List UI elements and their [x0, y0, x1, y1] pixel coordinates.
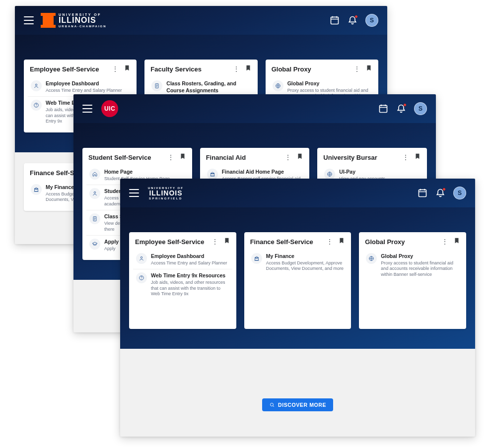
- person-icon: [31, 80, 42, 91]
- item-desc: Access Time Entry and Salary Planner: [46, 88, 130, 94]
- globe-icon: [273, 80, 283, 91]
- item-desc: Access Budget Development, Approve Docum…: [266, 260, 345, 272]
- card-title: Global Proxy: [272, 65, 353, 73]
- bookmark-button[interactable]: [296, 153, 303, 162]
- avatar[interactable]: S: [365, 14, 378, 27]
- help-icon: [136, 272, 147, 283]
- globe-icon: [324, 169, 335, 180]
- bookmark-button[interactable]: [124, 64, 131, 73]
- bookmark-icon: [414, 153, 421, 160]
- calendar-icon: [418, 188, 427, 198]
- calendar-button[interactable]: [330, 15, 340, 25]
- bookmark-button[interactable]: [223, 237, 230, 246]
- more-vert-icon[interactable]: ⋮: [211, 238, 218, 245]
- header: UNIVERSITY OF ILLINOIS SPRINGFIELD S: [120, 179, 475, 207]
- bank-icon: [207, 169, 218, 180]
- bank-icon: [251, 253, 262, 264]
- notifications-button[interactable]: [396, 104, 406, 114]
- bookmark-button[interactable]: [365, 64, 372, 73]
- more-vert-icon[interactable]: ⋮: [233, 65, 240, 72]
- calendar-icon: [330, 15, 340, 25]
- menu-button[interactable]: [24, 16, 34, 24]
- menu-button[interactable]: [82, 105, 92, 113]
- search-icon: [269, 402, 275, 408]
- bookmark-button[interactable]: [338, 237, 345, 246]
- list-item[interactable]: My Finance Access Budget Development, Ap…: [248, 250, 348, 275]
- bookmark-icon: [296, 153, 303, 160]
- notifications-button[interactable]: [435, 188, 445, 198]
- bookmark-icon: [245, 64, 252, 71]
- bookmark-button[interactable]: [179, 153, 186, 162]
- more-vert-icon[interactable]: ⋮: [441, 238, 448, 245]
- card-finance-self-service: Finance Self-Service ⋮ My Finance Access…: [244, 232, 351, 329]
- more-vert-icon[interactable]: ⋮: [284, 154, 291, 161]
- notifications-button[interactable]: [348, 15, 357, 25]
- calendar-button[interactable]: [418, 188, 427, 198]
- header: UIC S: [73, 94, 436, 123]
- item-title: Home Page: [104, 169, 185, 176]
- item-title: Financial Aid Home Page: [222, 169, 303, 176]
- item-title: Employee Dashboard: [46, 80, 130, 87]
- more-vert-icon[interactable]: ⋮: [402, 154, 409, 161]
- avatar[interactable]: S: [453, 187, 466, 199]
- bookmark-button[interactable]: [453, 237, 460, 246]
- card-employee-self-service: Employee Self-Service ⋮ Employee Dashboa…: [129, 232, 236, 329]
- item-title: Global Proxy: [381, 253, 459, 260]
- logo-main: ILLINOIS: [59, 16, 107, 24]
- logo-uis[interactable]: UNIVERSITY OF ILLINOIS SPRINGFIELD: [148, 187, 184, 200]
- item-title: Class Rosters, Grading, and Course Assig…: [166, 80, 250, 94]
- more-vert-icon[interactable]: ⋮: [353, 65, 360, 72]
- item-title: My Finance: [266, 253, 345, 260]
- more-vert-icon[interactable]: ⋮: [167, 154, 174, 161]
- block-i-icon: [43, 13, 54, 28]
- list-item[interactable]: Employee Dashboard Access Time Entry and…: [133, 250, 232, 269]
- card-title: Financial Aid: [206, 154, 285, 161]
- bookmark-icon: [124, 64, 131, 71]
- notification-dot: [403, 103, 407, 107]
- header: UNIVERSITY OF ILLINOIS URBANA-CHAMPAIGN …: [15, 6, 387, 35]
- menu-button[interactable]: [129, 189, 139, 197]
- home-icon: [89, 169, 100, 180]
- card-title: University Bursar: [323, 154, 402, 161]
- card-title: Faculty Services: [150, 65, 232, 73]
- item-title: Employee Dashboard: [151, 253, 229, 260]
- discover-more-button[interactable]: DISCOVER MORE: [262, 398, 333, 411]
- item-desc: Proxy access to student financial aid an…: [381, 260, 459, 278]
- logo-sub: SPRINGFIELD: [149, 197, 183, 200]
- person-icon: [136, 253, 147, 264]
- bookmark-icon: [223, 237, 230, 244]
- card-title: Student Self-Service: [88, 154, 167, 161]
- calendar-icon: [378, 104, 388, 114]
- bookmark-icon: [338, 237, 345, 244]
- cards-row: Employee Self-Service ⋮ Employee Dashboa…: [129, 207, 466, 329]
- card-title: Employee Self-Service: [30, 65, 112, 73]
- logo-main: ILLINOIS: [149, 190, 182, 196]
- card-title: Employee Self-Service: [135, 238, 211, 246]
- more-vert-icon[interactable]: ⋮: [112, 65, 119, 72]
- bookmark-icon: [179, 153, 186, 160]
- help-icon: [31, 100, 42, 111]
- bookmark-button[interactable]: [414, 153, 421, 162]
- document-icon: [89, 213, 100, 224]
- document-icon: [151, 80, 162, 91]
- logo-uic[interactable]: UIC: [101, 100, 118, 117]
- discover-label: DISCOVER MORE: [278, 402, 326, 408]
- list-item[interactable]: Global Proxy Proxy access to student fin…: [363, 250, 462, 281]
- more-vert-icon[interactable]: ⋮: [326, 238, 333, 245]
- logo-uiuc[interactable]: UNIVERSITY OF ILLINOIS URBANA-CHAMPAIGN: [43, 13, 107, 28]
- person-icon: [89, 188, 100, 199]
- calendar-button[interactable]: [378, 104, 388, 114]
- list-item[interactable]: Web Time Entry 9x Resources Job aids, vi…: [133, 269, 232, 300]
- bookmark-icon: [453, 237, 460, 244]
- card-title: Finance Self-Service: [250, 238, 327, 246]
- avatar[interactable]: S: [414, 102, 427, 115]
- notification-dot: [442, 188, 446, 191]
- logo-sub: URBANA-CHAMPAIGN: [59, 25, 107, 28]
- bookmark-icon: [365, 64, 372, 71]
- notification-dot: [354, 15, 358, 18]
- item-title: Global Proxy: [287, 80, 371, 87]
- bookmark-button[interactable]: [245, 64, 252, 73]
- graduation-icon: [89, 239, 100, 250]
- item-desc: Job aids, videos, and other resources th…: [151, 280, 229, 297]
- item-desc: Access Time Entry and Salary Planner: [151, 260, 229, 266]
